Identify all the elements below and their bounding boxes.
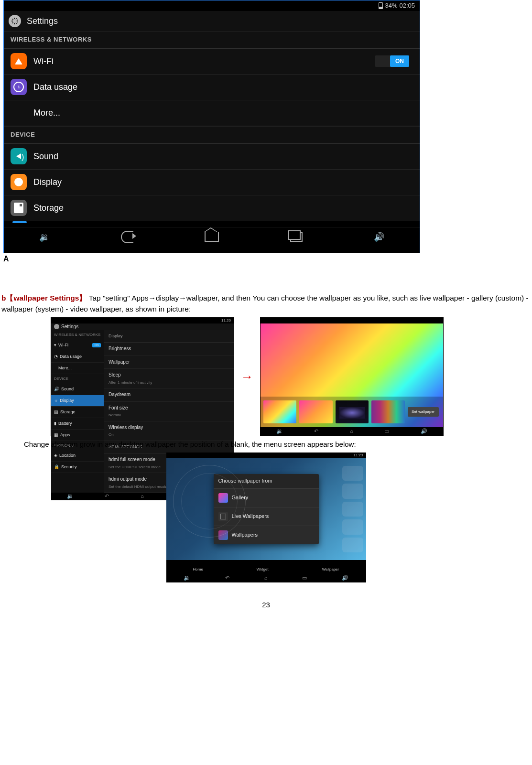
battery-icon bbox=[379, 2, 383, 9]
sound-icon bbox=[11, 148, 27, 164]
arrow-icon: → bbox=[241, 368, 253, 386]
section-wireless: WIRELESS & NETWORKS bbox=[4, 31, 420, 49]
side-dock bbox=[342, 466, 363, 552]
blank-icon bbox=[11, 105, 27, 121]
status-bar: 34% 02:05 bbox=[4, 0, 420, 11]
app-header: Settings bbox=[4, 11, 420, 31]
wallpaper-thumb[interactable] bbox=[371, 400, 404, 423]
home-icon[interactable] bbox=[205, 232, 219, 242]
thumb-row-battery[interactable]: ▮ Battery bbox=[51, 418, 104, 430]
thumb-row-location[interactable]: ◈ Location bbox=[51, 450, 104, 462]
row-more[interactable]: More... bbox=[4, 100, 420, 126]
navigation-bar bbox=[4, 227, 420, 247]
storage-icon bbox=[11, 200, 27, 216]
home-bar: Home Widget Wallpaper bbox=[166, 560, 366, 574]
row-wifi[interactable]: Wi-Fi ON bbox=[4, 49, 420, 75]
thumb-row-display[interactable]: ☼ Display bbox=[51, 395, 104, 407]
row-label: Display bbox=[33, 176, 62, 188]
opt-daydream[interactable]: Daydream bbox=[104, 388, 234, 402]
wallpaper-chooser-thumb: 11:23 Choose wallpaper from Gallery Live… bbox=[166, 453, 366, 582]
volume-up-icon[interactable] bbox=[374, 230, 384, 244]
set-wallpaper-button[interactable]: Set wallpaper bbox=[408, 407, 439, 417]
volume-down-icon[interactable] bbox=[39, 230, 50, 244]
row-label: Wi-Fi bbox=[33, 55, 54, 67]
scroll-indicator bbox=[4, 221, 420, 227]
thumb-header: Settings bbox=[51, 323, 234, 331]
wallpaper-thumb[interactable] bbox=[263, 400, 296, 423]
row-display[interactable]: Display bbox=[4, 170, 420, 195]
row-storage[interactable]: Storage bbox=[4, 195, 420, 221]
figure-label-a: A bbox=[3, 255, 9, 263]
thumb-row-sound[interactable]: 🔊 Sound bbox=[51, 384, 104, 395]
opt-sleep[interactable]: SleepAfter 1 minute of inactivity bbox=[104, 369, 234, 388]
paragraph-b: b【wallpaper Settings】 Tap "setting" Apps… bbox=[0, 293, 532, 314]
row-label: Data usage bbox=[33, 81, 77, 93]
display-settings-thumb: 11:20 Settings WIRELESS & NETWORKS ▾ Wi-… bbox=[51, 317, 234, 436]
row-data-usage[interactable]: Data usage bbox=[4, 75, 420, 100]
settings-screenshot: 34% 02:05 Settings WIRELESS & NETWORKS W… bbox=[3, 0, 420, 253]
display-icon bbox=[11, 174, 27, 190]
app-title: Settings bbox=[27, 15, 58, 27]
back-icon[interactable] bbox=[121, 231, 133, 243]
gear-icon bbox=[54, 324, 59, 329]
caption-text: Change also can grow in any desktop wall… bbox=[24, 439, 532, 450]
thumb-row-data[interactable]: ◔ Data usage bbox=[51, 351, 104, 363]
thumb-navbar: 🔉↶⌂▭🔊 bbox=[261, 427, 443, 436]
wifi-toggle[interactable]: ON bbox=[375, 55, 409, 67]
row-label: More... bbox=[33, 107, 60, 119]
status-time: 02:05 bbox=[399, 1, 415, 11]
opt-wallpaper[interactable]: Wallpaper bbox=[104, 356, 234, 369]
wallpaper-strip: Set wallpaper bbox=[261, 397, 443, 427]
row-label: Storage bbox=[33, 202, 64, 214]
clock-widget bbox=[173, 465, 246, 538]
data-usage-icon bbox=[11, 79, 27, 95]
wifi-icon bbox=[11, 53, 27, 69]
thumb-row-wifi[interactable]: ▾ Wi-FiON bbox=[51, 340, 104, 351]
recent-apps-icon[interactable] bbox=[290, 232, 303, 242]
opt-brightness[interactable]: Brightness bbox=[104, 343, 234, 356]
wallpaper-thumb[interactable] bbox=[299, 400, 332, 423]
wallpaper-picker-thumb: Set wallpaper 🔉↶⌂▭🔊 bbox=[260, 317, 444, 436]
figure-row: 11:20 Settings WIRELESS & NETWORKS ▾ Wi-… bbox=[51, 317, 532, 436]
settings-gear-icon bbox=[9, 15, 21, 27]
thumb-row-storage[interactable]: ▤ Storage bbox=[51, 407, 104, 418]
battery-percent: 34% bbox=[385, 1, 397, 11]
live-wallpaper-icon bbox=[218, 512, 228, 521]
row-label: Sound bbox=[33, 150, 58, 162]
thumb-navbar: 🔉↶⌂▭🔊 bbox=[166, 574, 366, 582]
wifi-toggle[interactable]: ON bbox=[92, 343, 101, 347]
thumb-status-bar bbox=[261, 318, 443, 323]
paragraph-heading: b【wallpaper Settings】 bbox=[1, 294, 87, 302]
thumb-left-pane: WIRELESS & NETWORKS ▾ Wi-FiON ◔ Data usa… bbox=[51, 330, 104, 493]
thumb-status-bar: 11:20 bbox=[51, 318, 234, 323]
wallpaper-thumb[interactable] bbox=[336, 400, 369, 423]
thumb-row-more[interactable]: More... bbox=[51, 363, 104, 374]
opt-wireless-display[interactable]: Wireless displayOn bbox=[104, 421, 234, 441]
page-number: 23 bbox=[0, 600, 532, 610]
thumb-row-security[interactable]: 🔒 Security bbox=[51, 462, 104, 473]
opt-fontsize[interactable]: Font sizeNormal bbox=[104, 402, 234, 421]
section-device: DEVICE bbox=[4, 126, 420, 144]
row-sound[interactable]: Sound bbox=[4, 144, 420, 170]
